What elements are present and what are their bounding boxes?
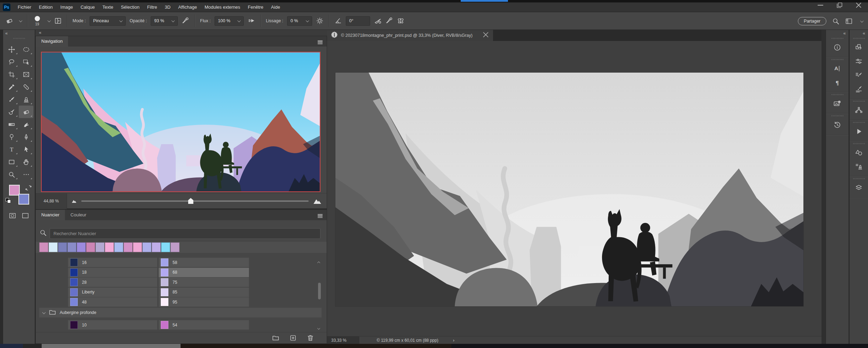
- status-options-chevron[interactable]: ›: [453, 338, 454, 343]
- close-button[interactable]: [849, 0, 868, 10]
- new-swatch-icon[interactable]: [289, 334, 297, 342]
- menu-s-lection[interactable]: Sélection: [117, 2, 143, 12]
- tab-couleur[interactable]: Couleur: [65, 210, 92, 220]
- airbrush-button[interactable]: [248, 17, 255, 25]
- recent-swatch-12[interactable]: [152, 242, 161, 252]
- swatches-panel-menu[interactable]: [316, 212, 324, 221]
- swatch-row-48[interactable]: 48: [68, 297, 157, 307]
- smoothing-options-button[interactable]: [316, 17, 324, 25]
- tool-presets-panel-button[interactable]: [850, 159, 868, 173]
- menu-fen-tre[interactable]: Fenêtre: [244, 2, 267, 12]
- collapse-dock-button[interactable]: «: [850, 30, 868, 36]
- opacity-pressure-button[interactable]: [182, 17, 189, 25]
- swatch-row-28[interactable]: 28: [68, 277, 157, 287]
- swap-colors-button[interactable]: [25, 184, 32, 193]
- paragraph-panel-button[interactable]: ¶: [826, 75, 849, 89]
- swatch-row-54[interactable]: 54: [159, 320, 249, 330]
- menu-image[interactable]: Image: [57, 2, 77, 12]
- recent-swatch-7[interactable]: [105, 242, 114, 252]
- zoom-in-icon[interactable]: [314, 199, 321, 204]
- tooldock-grip[interactable]: [3, 36, 35, 40]
- type-tool[interactable]: T: [4, 143, 19, 156]
- scroll-up-icon[interactable]: [318, 259, 321, 263]
- delete-swatch-icon[interactable]: [307, 334, 314, 342]
- canvas-pasteboard[interactable]: [327, 41, 821, 336]
- swatch-row-75[interactable]: 75: [159, 277, 249, 287]
- chevron-down-icon[interactable]: [19, 19, 23, 22]
- opacity-input[interactable]: 93 %: [151, 16, 178, 26]
- navigator-panel-menu[interactable]: [316, 39, 324, 48]
- recent-swatch-1[interactable]: [49, 242, 58, 252]
- menu-texte[interactable]: Texte: [99, 2, 117, 12]
- dock-grip[interactable]: [826, 57, 849, 61]
- more-tools[interactable]: [19, 168, 33, 181]
- eyedropper-tool[interactable]: [4, 81, 19, 93]
- search-button[interactable]: [832, 17, 840, 25]
- recent-swatch-8[interactable]: [114, 242, 123, 252]
- character-panel-button[interactable]: A: [826, 61, 849, 75]
- document-canvas[interactable]: [335, 73, 803, 306]
- screen-mode-icon[interactable]: [22, 212, 29, 219]
- libraries-panel-button[interactable]: i: [826, 97, 849, 110]
- dock-grip[interactable]: [850, 36, 868, 40]
- dock-divider[interactable]: [821, 30, 826, 344]
- recent-swatch-13[interactable]: [161, 242, 170, 252]
- recent-swatch-9[interactable]: [124, 242, 133, 252]
- menu-3d[interactable]: 3D: [161, 2, 175, 12]
- swatch-row-liberty[interactable]: Liberty: [68, 288, 157, 297]
- dock-grip[interactable]: [850, 141, 868, 146]
- search-input[interactable]: [50, 228, 320, 239]
- size-pressure-button[interactable]: [374, 17, 382, 25]
- collapse-panels-button[interactable]: «: [35, 30, 327, 36]
- recent-swatch-6[interactable]: [95, 242, 105, 252]
- zoom-out-icon[interactable]: [72, 199, 76, 203]
- menu-aide[interactable]: Aide: [267, 2, 284, 12]
- chevron-down-icon[interactable]: [48, 19, 51, 22]
- menu-affichage[interactable]: Affichage: [174, 2, 201, 12]
- menu-modules-externes[interactable]: Modules externes: [201, 2, 244, 12]
- swatch-row-58[interactable]: 58: [159, 258, 249, 267]
- recent-swatch-4[interactable]: [77, 242, 86, 252]
- angle-input[interactable]: 0°: [346, 16, 370, 26]
- chevron-down-icon[interactable]: [860, 19, 864, 23]
- brush-settings-panel-button[interactable]: [850, 68, 868, 82]
- smoothing-pressure-button[interactable]: [385, 17, 393, 25]
- document-tab[interactable]: © 20230718montagne_phr_print.psd @ 33,3%…: [327, 30, 493, 41]
- recent-swatch-14[interactable]: [170, 242, 180, 252]
- collapse-dock-button[interactable]: «: [826, 30, 849, 36]
- healing-brush-tool[interactable]: [19, 81, 33, 93]
- close-document-icon[interactable]: [482, 31, 490, 40]
- object-selection-tool[interactable]: [19, 56, 33, 68]
- path-selection-tool[interactable]: [19, 143, 33, 156]
- collapse-tooldock-button[interactable]: «: [3, 30, 35, 36]
- toggle-brush-panel-button[interactable]: [54, 17, 62, 25]
- pen-tool[interactable]: [19, 131, 33, 143]
- tab-nuancier[interactable]: Nuancier: [36, 210, 65, 220]
- info-panel-button[interactable]: [826, 40, 849, 54]
- adjustments-panel-button[interactable]: [850, 54, 868, 68]
- recent-swatch-0[interactable]: [39, 242, 48, 252]
- layers-panel-button[interactable]: [850, 181, 868, 194]
- history-brush-tool[interactable]: [4, 106, 19, 118]
- menu-calque[interactable]: Calque: [77, 2, 99, 12]
- scroll-down-icon[interactable]: [318, 324, 321, 328]
- history-panel-button[interactable]: [826, 118, 849, 132]
- swatch-row-85[interactable]: 85: [159, 288, 249, 297]
- swatch-row-16[interactable]: 16: [68, 258, 157, 267]
- mode-select[interactable]: Pinceau: [90, 16, 126, 26]
- new-group-icon[interactable]: [272, 334, 279, 342]
- brushes-panel-button[interactable]: [850, 82, 868, 96]
- brush-tool[interactable]: [4, 93, 19, 106]
- brush-preset-picker[interactable]: 19: [33, 16, 42, 26]
- smoothing-input[interactable]: 0 %: [287, 16, 312, 26]
- swatch-row-10[interactable]: 10: [68, 320, 157, 330]
- status-zoom-input[interactable]: 33,33 %: [327, 337, 359, 344]
- symmetry-button[interactable]: [397, 17, 404, 25]
- dodge-tool[interactable]: [4, 131, 19, 143]
- frame-tool[interactable]: [19, 68, 33, 81]
- navigator-thumbnail[interactable]: [41, 52, 320, 192]
- menu-filtre[interactable]: Filtre: [143, 2, 161, 12]
- swatch-group-header[interactable]: Aubergine profonde: [39, 308, 322, 317]
- menu-edition[interactable]: Edition: [35, 2, 57, 12]
- clone-stamp-tool[interactable]: [19, 93, 33, 106]
